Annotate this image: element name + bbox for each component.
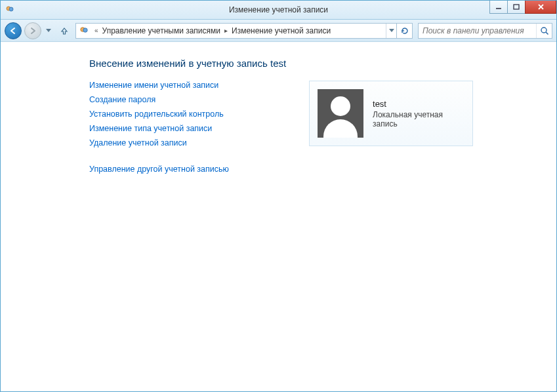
app-icon xyxy=(5,5,15,15)
content-area: Внесение изменений в учетную запись test… xyxy=(1,42,556,174)
up-button[interactable] xyxy=(57,24,72,38)
window-buttons xyxy=(490,1,556,14)
search-input[interactable] xyxy=(419,26,536,35)
address-bar[interactable]: « Управление учетными записями ▸ Изменен… xyxy=(75,23,413,39)
close-button[interactable] xyxy=(525,1,556,14)
svg-point-7 xyxy=(83,28,87,31)
user-card: test Локальная учетная запись xyxy=(309,81,473,146)
refresh-button[interactable] xyxy=(396,24,412,38)
avatar xyxy=(318,89,363,138)
spacer xyxy=(89,153,309,159)
chevron-right-icon: ▸ xyxy=(222,27,230,34)
breadcrumb-item-2[interactable]: Изменение учетной записи xyxy=(230,26,332,35)
title-bar: Изменение учетной записи xyxy=(1,1,556,20)
maximize-button[interactable] xyxy=(507,1,526,14)
search-box[interactable] xyxy=(418,23,552,39)
user-accounts-icon xyxy=(79,26,89,36)
nav-bar: « Управление учетными записями ▸ Изменен… xyxy=(1,20,556,42)
svg-rect-3 xyxy=(514,5,519,9)
link-rename-account[interactable]: Изменение имени учетной записи xyxy=(89,81,309,90)
back-button[interactable] xyxy=(5,22,22,39)
nav-history-dropdown[interactable] xyxy=(44,24,53,37)
user-info: test Локальная учетная запись xyxy=(373,99,464,128)
link-delete-account[interactable]: Удаление учетной записи xyxy=(89,138,309,147)
forward-button[interactable] xyxy=(24,22,41,39)
breadcrumb-prefix: « xyxy=(92,27,101,34)
svg-line-9 xyxy=(546,32,548,35)
page-heading: Внесение изменений в учетную запись test xyxy=(89,58,556,69)
svg-point-8 xyxy=(541,28,547,33)
link-create-password[interactable]: Создание пароля xyxy=(89,95,309,104)
window-title: Изменение учетной записи xyxy=(1,5,556,14)
action-links: Изменение имени учетной записи Создание … xyxy=(89,81,309,174)
link-manage-other[interactable]: Управление другой учетной записью xyxy=(89,165,309,174)
link-change-type[interactable]: Изменение типа учетной записи xyxy=(89,124,309,133)
minimize-button[interactable] xyxy=(489,1,508,14)
user-name: test xyxy=(373,99,464,109)
link-parental-controls[interactable]: Установить родительский контроль xyxy=(89,109,309,119)
svg-point-1 xyxy=(9,7,13,11)
user-type: Локальная учетная запись xyxy=(373,110,464,128)
address-dropdown[interactable] xyxy=(386,24,396,38)
breadcrumb-item-1[interactable]: Управление учетными записями xyxy=(101,26,222,35)
search-icon[interactable] xyxy=(536,24,552,38)
